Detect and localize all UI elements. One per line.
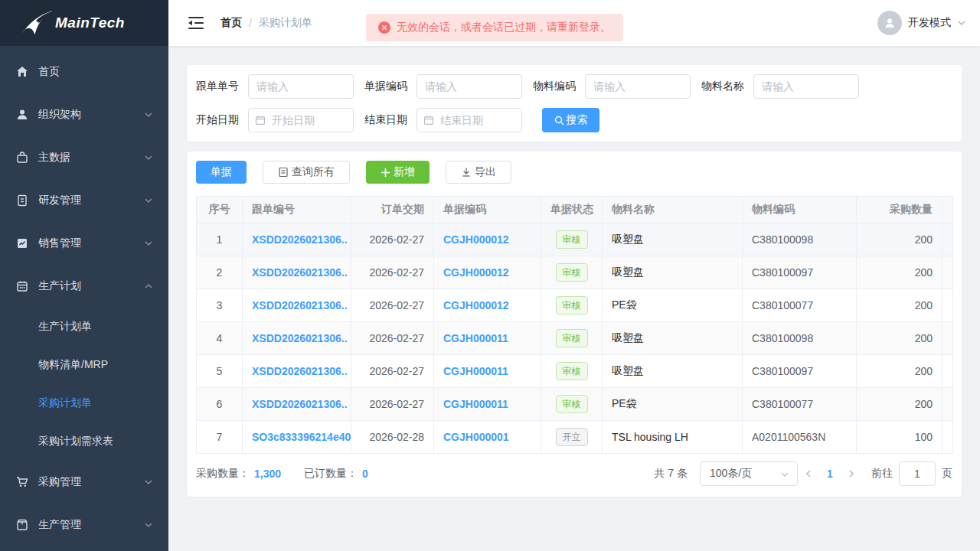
order-link[interactable]: SO3c833396214e40 [252,431,351,443]
order-link[interactable]: XSDD2026021306.. [252,365,348,377]
cell-material: 吸塑盘 [603,223,743,256]
cell-date: 2026-02-27 [351,322,434,355]
sidebar-subitem-bom-mrp[interactable]: 物料清单/MRP [0,346,168,384]
order-link[interactable]: XSDD2026021306.. [252,266,348,279]
sidebar-item-rnd[interactable]: 研发管理 [0,179,168,222]
doc-link[interactable]: CGJH000011 [443,365,508,377]
table-row[interactable]: 3 XSDD2026021306.. 2026-02-27 CGJH000012… [197,289,953,322]
purchase-qty-value: 1,300 [254,468,281,480]
sidebar-item-production-mgmt[interactable]: 生产管理 [0,504,168,546]
query-all-button[interactable]: 查询所有 [263,161,350,184]
cell-material: PE袋 [603,289,743,322]
user-menu[interactable]: 开发模式 [877,11,966,35]
page-size-select[interactable]: 100条/页 [700,461,798,486]
next-page-icon[interactable] [841,461,862,486]
sidebar-item-production-plan[interactable]: 生产计划 [0,265,168,308]
sidebar-item-home[interactable]: 首页 [0,51,168,93]
sidebar-item-organization[interactable]: 组织架构 [0,93,168,136]
field-material-name: 物料名称 [701,74,861,99]
cell-no: 1 [197,223,243,256]
document-icon [15,194,29,207]
doc-link[interactable]: CGJH000011 [443,398,508,410]
col-header-qty: 采购数量 [857,197,942,223]
order-link[interactable]: XSDD2026021306.. [252,233,348,246]
sidebar-item-label: 研发管理 [38,194,144,207]
sidebar-item-sales[interactable]: 销售管理 [0,222,168,265]
cell-no: 7 [197,421,243,454]
chevron-down-icon [144,153,153,162]
download-icon [461,167,472,178]
cell-no: 4 [197,322,243,355]
cell-date: 2026-02-27 [351,256,434,289]
box-icon [15,518,29,532]
table-row[interactable]: 1 XSDD2026021306.. 2026-02-27 CGJH000012… [197,223,953,256]
doc-link[interactable]: CGJH000011 [443,332,508,344]
cart-icon [15,475,29,489]
breadcrumb-current: 采购计划单 [259,16,312,30]
page-unit-label: 页 [942,467,952,481]
cell-doc: CGJH000012 [434,289,541,322]
table-row[interactable]: 5 XSDD2026021306.. 2026-02-27 CGJH000011… [197,355,953,388]
col-header-order: 跟单编号 [243,197,351,223]
export-button[interactable]: 导出 [446,161,511,184]
breadcrumb-home[interactable]: 首页 [220,16,242,30]
doc-link[interactable]: CGJH000012 [443,299,509,311]
sidebar-fold-icon[interactable] [188,16,204,30]
cell-material: 吸塑盘 [603,256,743,289]
end-date-input[interactable] [416,108,522,132]
cell-date: 2026-02-27 [351,223,434,256]
current-page[interactable]: 1 [819,468,841,480]
cell-order: XSDD2026021306.. [243,289,351,322]
start-date-input[interactable] [248,108,354,132]
status-badge: 审核 [556,296,588,315]
search-button[interactable]: 搜索 [542,108,599,132]
sidebar-subitem-purchase-plan-order[interactable]: 采购计划单 [0,384,168,422]
order-link[interactable]: XSDD2026021306.. [252,398,348,410]
document-button[interactable]: 单据 [196,161,247,184]
order-link[interactable]: XSDD2026021306.. [252,299,348,311]
material-name-input[interactable] [753,74,859,99]
sidebar-subitem-purchase-plan-demand[interactable]: 采购计划需求表 [0,422,168,461]
cell-order: XSDD2026021306.. [243,388,351,421]
cell-extra [942,421,953,454]
sidebar-item-label: 采购管理 [38,475,144,489]
field-label: 结束日期 [364,113,410,127]
order-link[interactable]: XSDD2026021306.. [252,332,348,344]
cell-code: C380100077 [743,289,857,322]
cell-no: 3 [197,289,243,322]
table-row[interactable]: 6 XSDD2026021306.. 2026-02-27 CGJH000011… [197,388,953,421]
cell-order: XSDD2026021306.. [243,256,351,289]
status-badge: 审核 [556,263,588,282]
sidebar-item-master-data[interactable]: 主数据 [0,136,168,179]
field-doc-code: 单据编码 [364,74,524,99]
search-row-2: 开始日期 结束日期 [196,108,952,132]
sidebar-menu: 首页 组织架构 主数据 研发管理 销售管理 [0,46,168,546]
cell-date: 2026-02-28 [351,421,434,454]
table-row[interactable]: 7 SO3c833396214e40 2026-02-28 CGJH000001… [197,421,953,454]
search-icon [554,116,564,126]
doc-link[interactable]: CGJH000012 [443,266,509,279]
cell-qty: 200 [857,388,942,421]
sidebar-subitem-production-plan-order[interactable]: 生产计划单 [0,308,168,346]
session-error-alert: 无效的会话，或者会话已过期，请重新登录。 [366,14,623,41]
chevron-down-icon [144,478,153,487]
sidebar-item-purchasing[interactable]: 采购管理 [0,461,168,504]
goto-page-input[interactable] [899,461,936,486]
prev-page-icon[interactable] [798,461,819,486]
table-row[interactable]: 2 XSDD2026021306.. 2026-02-27 CGJH000012… [197,256,953,289]
add-button[interactable]: 新增 [366,161,430,184]
cell-code: C380100097 [743,355,857,388]
field-label: 开始日期 [196,113,242,127]
doc-code-input[interactable] [416,74,522,99]
sidebar-item-label: 生产管理 [38,518,144,532]
cell-qty: 200 [857,223,942,256]
order-no-input[interactable] [248,74,354,99]
doc-link[interactable]: CGJH000001 [443,431,509,443]
sidebar-item-label: 组织架构 [38,108,144,122]
cell-qty: 200 [857,289,942,322]
doc-link[interactable]: CGJH000012 [443,233,509,246]
page-size-value: 100条/页 [710,467,752,481]
material-code-input[interactable] [585,74,691,99]
table-row[interactable]: 4 XSDD2026021306.. 2026-02-27 CGJH000011… [197,322,953,355]
cell-no: 2 [197,256,243,289]
